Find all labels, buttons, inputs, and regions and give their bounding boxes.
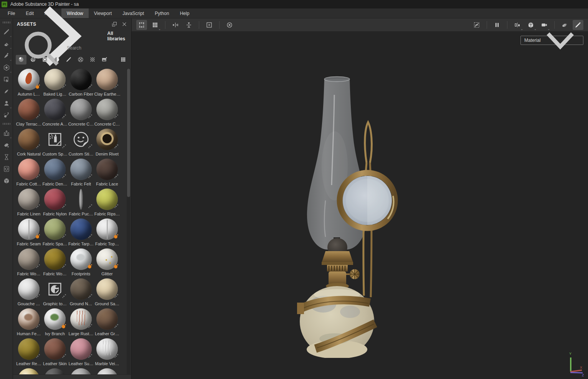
asset-item[interactable]: Fabric Wo…	[42, 248, 68, 278]
menu-python[interactable]: Python	[149, 8, 174, 18]
asset-item[interactable]: Clay Terrac…	[16, 99, 42, 129]
focus-frame-button[interactable]	[204, 20, 215, 30]
asset-item[interactable]: Large Rust…	[68, 308, 94, 338]
export-button[interactable]: ⌄	[1, 127, 12, 139]
thumbnail-marker	[37, 176, 38, 177]
undock-panel-icon[interactable]	[111, 21, 117, 27]
asset-item[interactable]: Carbon Fiber	[68, 69, 94, 99]
asset-item[interactable]: Leather Gr…	[94, 308, 120, 338]
history-button[interactable]	[1, 151, 12, 162]
toolbar-drag-handle[interactable]	[3, 22, 10, 23]
filter-alphas[interactable]	[75, 55, 86, 65]
menu-file[interactable]: File	[2, 8, 20, 18]
thumbnail-marker	[89, 236, 91, 237]
asset-item[interactable]: Fabric Lace	[94, 159, 120, 189]
asset-item[interactable]: Fabric Spa…	[42, 218, 68, 248]
asset-item[interactable]: Fabric Nylon	[42, 189, 68, 218]
toolbar-drag-handle[interactable]	[3, 123, 10, 125]
split-view-button[interactable]: ⌄	[512, 20, 523, 30]
asset-item[interactable]: Custom Sti…	[68, 129, 94, 159]
polygon-fill-tool[interactable]: ⌄	[1, 62, 12, 73]
asset-item[interactable]: Marble Vei…	[94, 338, 120, 368]
marquee-select-button[interactable]	[136, 20, 147, 30]
asset-item[interactable]: Fabric Felt	[68, 159, 94, 189]
shelf-icon	[3, 177, 10, 184]
asset-item[interactable]: Fabric Top…	[94, 218, 120, 248]
thumbnail-marker	[89, 176, 91, 177]
asset-item[interactable]: Concrete C…	[68, 99, 94, 129]
asset-item[interactable]: Ivy Branch	[42, 308, 68, 338]
projection-tool[interactable]: ⌄	[1, 50, 12, 61]
mirror-x-button[interactable]	[170, 20, 181, 30]
resources-button[interactable]	[1, 163, 12, 174]
asset-item[interactable]: Leather Skin	[42, 338, 68, 368]
paint-tool[interactable]: ⌄	[1, 26, 12, 37]
asset-item[interactable]: Concrete C…	[94, 99, 120, 129]
stamp-tool[interactable]: ⌄	[1, 98, 12, 109]
asset-item-partial[interactable]	[68, 368, 94, 374]
asset-item-partial[interactable]	[94, 368, 120, 374]
bake-button[interactable]	[1, 139, 12, 151]
pause-engine-button[interactable]	[492, 20, 502, 30]
display-mode-select[interactable]: Material	[520, 36, 583, 45]
asset-item[interactable]: Custom Sp…	[42, 129, 68, 159]
eraser-tool[interactable]: ⌄	[1, 38, 12, 49]
asset-item[interactable]: Fabric Seam	[16, 218, 42, 248]
asset-item[interactable]: Fabric Linen	[16, 189, 42, 218]
kerosene-lamp-model[interactable]	[289, 74, 411, 358]
tile-pattern-button[interactable]: ⌄	[150, 20, 160, 30]
filter-filters[interactable]	[51, 55, 62, 65]
material-sphere	[96, 99, 118, 120]
asset-item[interactable]: Fabric Puc…	[68, 189, 94, 218]
viewport-canvas[interactable]: Material	[132, 31, 588, 379]
asset-item[interactable]: Leather Su…	[68, 338, 94, 368]
asset-item[interactable]: Fabric Rips…	[94, 189, 120, 218]
asset-item[interactable]: Leather Re…	[16, 338, 42, 368]
close-panel-icon[interactable]	[121, 21, 127, 27]
shelf-button[interactable]	[1, 175, 12, 186]
asset-item[interactable]: Fabric Wo…	[16, 248, 42, 278]
menu-help[interactable]: Help	[175, 8, 195, 18]
clone-tool[interactable]	[1, 86, 12, 97]
asset-item[interactable]: Denim Rivet	[94, 129, 120, 159]
sticker-asset-icon	[71, 129, 91, 149]
stroke-visibility-button[interactable]	[471, 20, 482, 30]
filter-textures[interactable]	[87, 55, 98, 65]
asset-item[interactable]: Glitter	[94, 248, 120, 278]
asset-item[interactable]: Concrete A…	[42, 99, 68, 129]
material-picker-tool[interactable]	[1, 109, 12, 121]
menu-javascript[interactable]: JavaScript	[117, 8, 149, 18]
search-input[interactable]	[67, 45, 126, 51]
thumbnail-marker	[89, 86, 91, 87]
asset-item-partial[interactable]	[16, 368, 42, 374]
asset-item[interactable]: Ground Sa…	[94, 278, 120, 308]
asset-item[interactable]: Ground N…	[68, 278, 94, 308]
material-sphere	[96, 129, 118, 150]
filter-materials[interactable]	[16, 55, 26, 65]
asset-item[interactable]: Clay Earthe…	[94, 69, 120, 99]
grid-view-button[interactable]	[118, 55, 129, 65]
filter-smart-masks[interactable]	[40, 55, 50, 65]
filter-smart-materials[interactable]	[28, 55, 38, 65]
asset-item[interactable]: Fabric Cott…	[16, 159, 42, 189]
asset-item[interactable]: Fabric Den…	[42, 159, 68, 189]
filter-brushes[interactable]	[63, 55, 74, 65]
asset-scrollbar-thumb[interactable]	[127, 69, 130, 197]
app-logo-icon: Pt	[2, 2, 7, 7]
asset-item[interactable]: Graphic to…	[42, 278, 68, 308]
asset-item[interactable]: Baked Lig…	[42, 69, 68, 99]
view-3d-button[interactable]: ⌄	[525, 20, 536, 30]
reset-view-button[interactable]	[224, 20, 235, 30]
asset-item[interactable]: Human Fe…	[16, 308, 42, 338]
mirror-y-button[interactable]	[183, 20, 194, 30]
asset-item[interactable]: Footprints	[68, 248, 94, 278]
asset-item[interactable]: Autumn L…	[16, 69, 42, 99]
asset-item[interactable]: Cork Natural	[16, 129, 42, 159]
asset-item[interactable]: Gouache …	[16, 278, 42, 308]
smudge-tool[interactable]	[1, 74, 12, 85]
display-mode-value: Material	[524, 38, 541, 43]
asset-item[interactable]: Fabric Tarp…	[68, 218, 94, 248]
asset-item-partial[interactable]	[42, 368, 68, 374]
filter-environments[interactable]	[99, 55, 110, 65]
asset-scrollbar[interactable]	[127, 69, 130, 374]
